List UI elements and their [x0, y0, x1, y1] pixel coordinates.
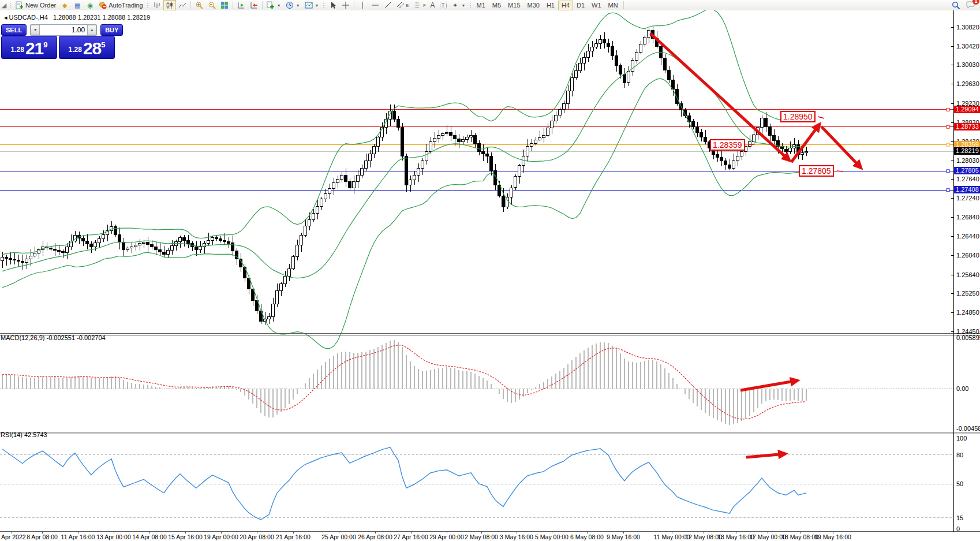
sell-price-box[interactable]: 1.28 21 9: [1, 36, 57, 59]
timeframe-h1[interactable]: H1: [543, 1, 558, 10]
toolbar-separator: [233, 1, 233, 9]
time-axis-label: 11 Apr 16:00: [61, 533, 95, 540]
toolbar-separator: [190, 1, 191, 9]
indicators-icon: [267, 1, 275, 9]
chart-ohlc-header: ◂ USDCAD-,H4 1.28088 1.28231 1.28088 1.2…: [4, 14, 150, 21]
trendline-icon: [384, 1, 392, 9]
trendline-tool[interactable]: [381, 0, 394, 10]
new-order-label: New Order: [25, 2, 56, 9]
toolbar-grip: [147, 2, 149, 9]
channel-tool[interactable]: E: [394, 0, 412, 10]
time-axis-label: 12 May 08:00: [685, 533, 722, 540]
price-tick: [951, 103, 953, 104]
price-label-annotation[interactable]: 1.28359: [710, 139, 745, 151]
price-label-annotation[interactable]: 1.27805: [799, 165, 834, 177]
timeframe-m15[interactable]: M15: [504, 1, 523, 10]
search-icon[interactable]: [952, 1, 960, 10]
chart-symbol-period: USDCAD-,H4: [9, 14, 48, 21]
zoom-in-button[interactable]: [193, 0, 205, 10]
macd-axis-max: 0.005895: [956, 334, 980, 341]
candlestick-chart-icon: [166, 1, 174, 9]
templates-button[interactable]: ▼: [302, 0, 321, 10]
volume-value[interactable]: 1.00: [40, 26, 87, 34]
dropdown-caret: ▼: [315, 3, 319, 8]
fibonacci-tool[interactable]: F: [411, 0, 428, 10]
buy-button[interactable]: BUY: [100, 24, 123, 36]
buy-price-box[interactable]: 1.28 28 5: [59, 36, 115, 59]
timeframe-h4[interactable]: H4: [558, 1, 573, 10]
timeframe-w1[interactable]: W1: [588, 1, 605, 10]
timeframe-d1[interactable]: D1: [573, 1, 588, 10]
new-order-button[interactable]: New Order: [13, 0, 58, 10]
crosshair-tool-button[interactable]: [339, 0, 352, 10]
price-tick: [951, 65, 953, 65]
periods-button[interactable]: ▼: [283, 0, 302, 10]
buy-price-sup: 5: [101, 40, 105, 49]
toolbar-separator: [262, 1, 263, 9]
autotrading-button[interactable]: AutoTrading: [96, 0, 145, 10]
timeframe-m5[interactable]: M5: [489, 1, 504, 10]
indicators-button[interactable]: ▼: [264, 0, 283, 10]
volume-up-button[interactable]: ▲: [87, 25, 96, 35]
tile-windows-icon: [220, 1, 229, 9]
line-chart-icon: [178, 1, 186, 9]
cursor-tool-button[interactable]: [327, 0, 339, 10]
line-chart-button[interactable]: [176, 0, 189, 10]
price-tick-label: 1.27240: [956, 195, 979, 202]
candlestick-chart-button[interactable]: [163, 0, 176, 10]
time-axis-label: 11 May 00:00: [654, 533, 690, 540]
chart-shift-icon: [250, 1, 258, 9]
dropdown-caret: ▼: [296, 3, 300, 8]
arrows-tool[interactable]: ✦▼: [449, 0, 468, 10]
notification-badge: 1: [972, 0, 979, 5]
rsi-axis-label: 80: [956, 452, 963, 458]
auto-scroll-button[interactable]: [235, 0, 248, 10]
timeframe-mn[interactable]: MN: [605, 1, 622, 10]
fibonacci-icon: [413, 1, 421, 9]
price-tick-label: 1.30820: [956, 24, 979, 31]
dropdown-caret: ▼: [462, 3, 466, 8]
vertical-line-tool[interactable]: [356, 0, 369, 10]
toolbar: ◢ New Order ◆ ▦ ◉ AutoTrading ▼ ▼ ▼: [0, 0, 980, 11]
toolbar-grip: [469, 2, 472, 9]
market-button[interactable]: ◆: [58, 0, 71, 10]
metaeditor-button[interactable]: ▦: [71, 0, 84, 10]
text-tool[interactable]: A: [428, 0, 437, 10]
vertical-line-icon: [358, 1, 366, 9]
zoom-out-button[interactable]: [205, 0, 218, 10]
sell-button[interactable]: SELL: [1, 24, 27, 36]
timeframe-m30[interactable]: M30: [524, 1, 543, 10]
text-label-tool[interactable]: T: [437, 0, 449, 10]
timeframe-m1[interactable]: M1: [473, 1, 489, 10]
volume-down-button[interactable]: ▼: [31, 25, 40, 35]
time-axis[interactable]: Apr 20228 Apr 08:0011 Apr 16:0013 Apr 00…: [0, 532, 980, 541]
chart-ohlc-values: 1.28088 1.28231 1.28088 1.28219: [53, 14, 150, 21]
rsi-axis-label: 15: [956, 514, 963, 521]
volume-spinner: ▼ 1.00 ▲: [30, 24, 97, 36]
timeframe-bar: M1 M5 M15 M30 H1 H4 D1 W1 MN: [473, 1, 622, 10]
one-click-trading-widget: SELL ▼ 1.00 ▲ BUY 1.28 21 9 1.28 28 5: [1, 24, 115, 59]
tile-windows-button[interactable]: [218, 0, 231, 10]
bar-chart-button[interactable]: [151, 0, 163, 10]
price-tick-label: 1.26440: [956, 233, 979, 240]
panel-splitter[interactable]: [0, 432, 980, 432]
price-tick-label: 1.28030: [956, 157, 979, 164]
radar-icon: ◉: [86, 1, 94, 9]
price-tick-label: 1.30420: [956, 43, 979, 50]
price-tick: [951, 275, 953, 275]
chart-shift-button[interactable]: [248, 0, 260, 10]
chart-canvas[interactable]: [0, 10, 980, 541]
text-tool-icon: A: [430, 1, 435, 9]
price-label-annotation[interactable]: 1.28950: [780, 111, 816, 122]
toolbar-grip: [323, 2, 326, 9]
price-tick: [951, 27, 953, 28]
channel-tool-label: E: [406, 3, 409, 8]
notifications-button[interactable]: 1: [966, 1, 975, 10]
horizontal-line-tool[interactable]: [369, 0, 381, 10]
time-axis-label: 3 May 16:00: [500, 533, 533, 540]
alerts-button[interactable]: ◉: [84, 0, 96, 10]
rsi-label: RSI(14) 42.5743: [1, 431, 47, 438]
price-tick-label: 1.26840: [956, 214, 979, 221]
panel-splitter[interactable]: [0, 333, 980, 334]
chart-region: ◂ USDCAD-,H4 1.28088 1.28231 1.28088 1.2…: [0, 10, 980, 541]
